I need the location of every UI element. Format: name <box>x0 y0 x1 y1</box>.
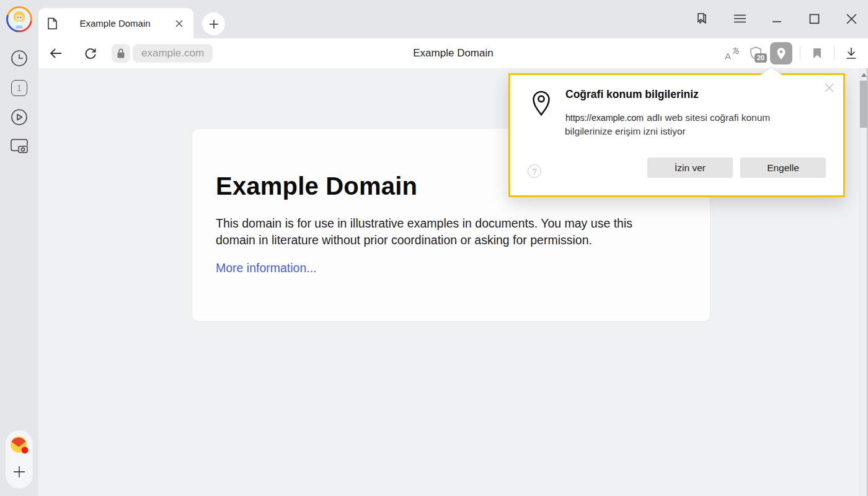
tab-counter-icon[interactable]: 1 <box>9 78 29 98</box>
scrollbar-thumb[interactable] <box>860 81 867 128</box>
geolocation-permission-popup: Coğrafi konum bilgileriniz https://examp… <box>508 73 845 197</box>
help-icon[interactable]: ? <box>528 164 541 178</box>
bookmark-icon[interactable] <box>805 42 829 65</box>
menu-icon[interactable] <box>732 11 748 27</box>
popup-caret <box>760 66 783 76</box>
back-button[interactable] <box>45 42 67 64</box>
download-icon[interactable] <box>839 42 863 65</box>
screenshot-icon[interactable] <box>9 136 29 156</box>
page-paragraph: This domain is for use in illustrative e… <box>216 215 653 249</box>
tab-strip: Example Domain <box>0 0 868 38</box>
more-information-link[interactable]: More information... <box>216 261 317 275</box>
allow-button[interactable]: İzin ver <box>647 157 733 178</box>
new-tab-button[interactable] <box>202 12 225 35</box>
sidebar-add-icon[interactable] <box>12 465 26 479</box>
sidebar: 1 <box>0 38 38 496</box>
popup-message: https://example.com adlı web sitesi coğr… <box>565 111 802 138</box>
browser-tab[interactable]: Example Domain <box>38 8 193 38</box>
protect-shield-icon[interactable]: 20 <box>744 42 768 65</box>
shield-badge-count: 20 <box>755 53 767 63</box>
site-security-lock-icon[interactable] <box>112 44 130 63</box>
profile-avatar[interactable] <box>6 6 32 32</box>
sidebar-dock <box>6 430 33 489</box>
page-title[interactable]: Example Domain <box>413 47 493 60</box>
yandex-mail-icon[interactable] <box>9 435 29 455</box>
tab-counter-value: 1 <box>17 83 22 93</box>
reload-button[interactable] <box>79 42 102 64</box>
translate-icon[interactable]: A <box>720 42 744 65</box>
address-url: example.com <box>141 47 204 60</box>
toolbar-separator <box>834 46 835 60</box>
browser-window: Example Domain <box>0 0 868 496</box>
maximize-button[interactable] <box>806 11 822 27</box>
geolocation-icon[interactable] <box>770 42 792 64</box>
block-button[interactable]: Engelle <box>740 157 826 178</box>
tab-close-icon[interactable] <box>172 17 186 30</box>
history-icon[interactable] <box>9 48 29 68</box>
popup-origin: https://example.com <box>565 113 644 123</box>
location-pin-icon <box>529 87 554 117</box>
media-play-icon[interactable] <box>9 107 29 127</box>
scrollbar-up-arrow[interactable] <box>860 71 867 79</box>
toolbar-separator <box>800 46 800 60</box>
minimize-button[interactable] <box>769 11 785 27</box>
toolbar-right-icons: A 20 <box>720 38 863 68</box>
tab-title: Example Domain <box>58 18 172 29</box>
avatar-image <box>8 8 30 30</box>
close-window-button[interactable] <box>843 11 859 27</box>
window-controls <box>694 6 859 31</box>
popup-title: Coğrafi konum bilgileriniz <box>565 88 699 101</box>
popup-close-icon[interactable] <box>823 81 835 94</box>
page-scrollbar[interactable] <box>859 68 868 496</box>
toolbar: example.com Example Domain A 20 <box>38 38 868 68</box>
address-bar[interactable]: example.com <box>133 44 213 63</box>
tab-groups-icon[interactable] <box>694 11 711 27</box>
page-icon <box>47 17 58 30</box>
